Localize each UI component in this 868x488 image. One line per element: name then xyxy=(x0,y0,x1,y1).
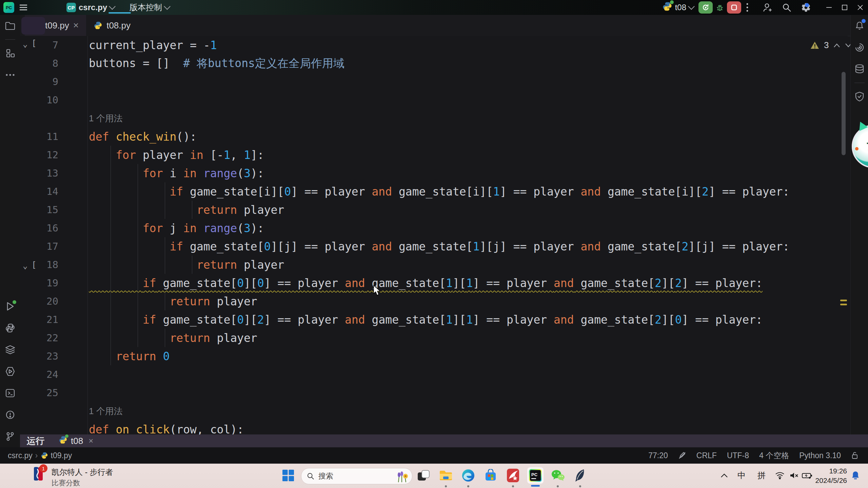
taskbar-app-file-explorer[interactable] xyxy=(438,467,454,484)
code-editor[interactable]: 7current_player = -18buttons = [] # 将but… xyxy=(20,36,848,434)
rerun-button[interactable] xyxy=(698,1,713,14)
tray-expand-button[interactable] xyxy=(717,467,731,484)
taskbar-widget[interactable]: 1 凯尔特人 - 步行者 比赛分数 xyxy=(34,467,113,488)
code-with-me-button[interactable] xyxy=(762,3,772,12)
breadcrumb-file[interactable]: t09.py xyxy=(51,451,72,460)
taskbar-app-chaoxing[interactable] xyxy=(505,467,521,484)
minimize-button[interactable] xyxy=(821,0,837,15)
taskbar-app-pycharm[interactable]: PC xyxy=(527,467,544,484)
tool-button-terminal[interactable] xyxy=(3,386,18,401)
indent-guide xyxy=(138,164,138,347)
indent-guide xyxy=(192,201,192,219)
widget-subtitle: 比赛分数 xyxy=(52,478,113,488)
interpreter[interactable]: Python 3.10 xyxy=(799,451,841,460)
tab-bar-highlight xyxy=(21,17,45,35)
more-actions-button[interactable] xyxy=(746,2,749,13)
clock[interactable]: 19:26 2024/5/26 xyxy=(814,466,847,485)
tool-button-python-packages[interactable] xyxy=(3,321,18,336)
run-panel-title[interactable]: 运行 xyxy=(27,435,44,447)
editor-tab-t08.py[interactable]: t08.py xyxy=(86,15,138,36)
maximize-icon xyxy=(842,4,848,11)
line-number: 22 xyxy=(20,332,58,344)
line-number: 17 xyxy=(20,241,58,252)
taskbar-app-ms-store[interactable] xyxy=(482,467,499,484)
tool-button-problems[interactable] xyxy=(3,407,18,422)
indent-guide xyxy=(165,182,165,219)
vcs-menu[interactable]: 版本控制 xyxy=(130,2,170,13)
stop-icon xyxy=(730,4,738,11)
fold-chevron-icon[interactable]: ⌄ xyxy=(23,39,27,49)
taskbar-app-wechat[interactable] xyxy=(550,467,566,484)
project-widget[interactable]: CP csrc.py xyxy=(66,3,115,12)
caret-position[interactable]: 77:20 xyxy=(648,451,668,460)
run-config-selector[interactable]: t08 xyxy=(662,1,694,14)
lock-toggle[interactable] xyxy=(851,451,859,460)
fold-bracket: [ xyxy=(32,39,36,48)
scrollbar-warning-mark xyxy=(840,300,847,301)
code-vision-hint[interactable]: 1 个用法 xyxy=(20,109,848,127)
tool-button-ai-assistant[interactable] xyxy=(852,40,867,55)
code-text: current_player = -1 xyxy=(89,39,217,52)
wifi-button[interactable] xyxy=(772,467,787,484)
line-number: 8 xyxy=(20,58,58,69)
indent-setting[interactable]: 4 个空格 xyxy=(759,450,789,461)
database-icon xyxy=(855,64,864,74)
project-name: csrc.py xyxy=(79,3,107,12)
tool-button-notifications[interactable] xyxy=(852,18,867,33)
python-packages-icon xyxy=(5,323,15,333)
notification-dot xyxy=(805,3,809,7)
chevron-down-icon xyxy=(688,3,695,10)
close-button[interactable] xyxy=(852,0,868,15)
taskbar-search[interactable]: 搜索 xyxy=(301,468,412,484)
tool-button-project-folder[interactable] xyxy=(3,18,18,33)
tool-button-structure[interactable] xyxy=(3,46,18,61)
line-separator[interactable]: CRLF xyxy=(696,451,717,460)
speaker-mute-icon xyxy=(789,471,799,480)
chevron-up-icon xyxy=(721,473,728,478)
battery-button[interactable] xyxy=(799,467,815,484)
fold-chevron-icon[interactable]: ⌄ xyxy=(23,261,27,270)
notification-center-button[interactable] xyxy=(848,467,863,484)
ime-mode-button[interactable]: 拼 xyxy=(754,467,769,484)
debug-button[interactable] xyxy=(713,1,727,14)
file-encoding[interactable]: UTF-8 xyxy=(727,451,749,460)
editor-scrollbar[interactable] xyxy=(842,72,846,155)
main-menu-button[interactable] xyxy=(19,4,28,11)
code-line: def on_click(row, col): xyxy=(20,420,848,434)
settings-button[interactable] xyxy=(801,2,811,13)
python-icon xyxy=(94,21,102,30)
widget-title: 凯尔特人 - 步行者 xyxy=(52,467,113,477)
ime-language-button[interactable]: 中 xyxy=(734,467,749,484)
code-vision-hint[interactable]: 1 个用法 xyxy=(20,402,848,420)
editor-tab-bar: t09.py×t08.py xyxy=(20,15,868,36)
indent-guide xyxy=(165,329,165,347)
start-button[interactable] xyxy=(280,467,296,484)
tool-button-database[interactable] xyxy=(852,62,867,77)
tool-button-run[interactable] xyxy=(3,299,18,314)
taskbar-app-edge[interactable] xyxy=(460,467,476,484)
tool-button-python-console[interactable] xyxy=(3,364,18,379)
search-everywhere-button[interactable] xyxy=(782,3,791,12)
maximize-button[interactable] xyxy=(837,0,852,15)
tool-button-security[interactable] xyxy=(852,89,867,104)
scrollbar-warning-mark xyxy=(840,304,847,305)
tool-button-services[interactable] xyxy=(3,342,18,357)
git-branch-icon xyxy=(6,432,15,441)
line-number: 23 xyxy=(20,350,58,362)
tool-button-more[interactable] xyxy=(3,67,18,82)
tool-button-git-branch[interactable] xyxy=(3,429,18,444)
close-icon[interactable]: × xyxy=(73,20,79,31)
readonly-toggle[interactable] xyxy=(678,451,686,460)
inspections-widget[interactable]: 3 xyxy=(810,40,852,50)
run-tab[interactable]: t08 × xyxy=(59,435,93,447)
breadcrumb-project[interactable]: csrc.py xyxy=(8,451,33,460)
taskbar-app-quill[interactable] xyxy=(572,467,588,484)
taskbar-app-task-view[interactable] xyxy=(415,467,432,484)
code-line: 15 return player xyxy=(20,201,848,219)
prev-problem-icon[interactable] xyxy=(833,43,840,48)
rerun-icon xyxy=(702,3,710,12)
line-number: 9 xyxy=(20,76,58,87)
breadcrumb[interactable]: csrc.py › t09.py xyxy=(8,451,72,460)
close-icon[interactable]: × xyxy=(88,436,93,446)
stop-button[interactable] xyxy=(727,1,741,14)
